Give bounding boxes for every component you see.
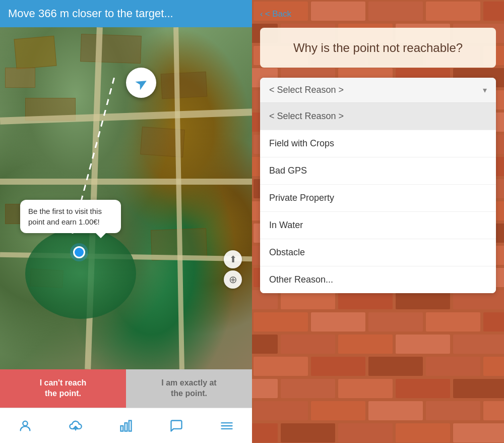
- brick: [483, 312, 504, 331]
- dropdown-item[interactable]: < Select Reason >: [260, 103, 496, 130]
- cant-reach-label: I can't reachthe point.: [40, 378, 87, 398]
- person-icon: [18, 419, 32, 433]
- brick: [483, 2, 504, 21]
- brick: [426, 401, 480, 420]
- brick: [338, 379, 393, 398]
- at-point-label: I am exactly atthe point.: [161, 378, 216, 398]
- chat-icon: [169, 419, 183, 433]
- brick: [252, 379, 278, 398]
- zoom-icon: ⊕: [229, 273, 237, 286]
- right-panel: ‹ < Back Why is the point not reachable?…: [252, 0, 504, 443]
- building-1: [14, 36, 57, 70]
- brick: [311, 357, 365, 376]
- brick: [281, 423, 335, 442]
- dropdown-container: < Select Reason > ▾ < Select Reason >Fie…: [260, 78, 496, 293]
- brick: [254, 357, 308, 376]
- brick: [368, 312, 423, 331]
- dropdown-item[interactable]: Other Reason...: [260, 266, 496, 293]
- info-balloon: Be the first to visit this point and ear…: [20, 200, 121, 233]
- map-container[interactable]: ➤ Be the first to visit this point and e…: [0, 27, 252, 369]
- brick: [338, 335, 393, 354]
- brick: [453, 379, 504, 398]
- brick: [252, 423, 278, 442]
- brick: [453, 335, 504, 354]
- dropdown-item[interactable]: Obstacle: [260, 239, 496, 266]
- bottom-nav: [0, 408, 252, 443]
- brick-row: [252, 333, 504, 355]
- brick: [426, 312, 480, 331]
- brick-row: [252, 311, 504, 333]
- brick: [368, 357, 423, 376]
- brick: [311, 2, 365, 21]
- dropdown-header[interactable]: < Select Reason > ▾: [260, 78, 496, 103]
- svg-rect-3: [125, 423, 128, 431]
- left-panel: Move 366 m closer to the target... ➤: [0, 0, 252, 443]
- brick: [311, 401, 365, 420]
- nav-item-menu[interactable]: [214, 413, 239, 438]
- brick: [396, 423, 450, 442]
- map-header: Move 366 m closer to the target...: [0, 0, 252, 27]
- brick: [396, 335, 450, 354]
- brick-row: [252, 377, 504, 400]
- cloud-icon: [69, 419, 83, 433]
- dropdown-item[interactable]: Bad GPS: [260, 157, 496, 185]
- nav-item-messages[interactable]: [164, 413, 189, 438]
- question-box: Why is the point not reachable?: [260, 28, 496, 68]
- chart-icon: [119, 419, 133, 433]
- building-4: [161, 72, 207, 99]
- brick: [338, 423, 393, 442]
- brick: [483, 357, 504, 376]
- dropdown-list: < Select Reason >Field with CropsBad GPS…: [260, 103, 496, 293]
- compass-icon: ⬆: [229, 254, 237, 265]
- building-2: [80, 34, 142, 64]
- brick: [396, 379, 450, 398]
- dropdown-arrow-icon: ▾: [483, 85, 487, 95]
- nav-item-upload[interactable]: [63, 413, 88, 438]
- brick: [311, 312, 365, 331]
- back-button[interactable]: ‹ < Back: [260, 9, 291, 19]
- brick: [426, 357, 480, 376]
- brick: [254, 312, 308, 331]
- svg-rect-2: [121, 426, 123, 431]
- svg-rect-4: [129, 420, 132, 431]
- brick: [368, 401, 423, 420]
- brick: [281, 335, 335, 354]
- brick: [254, 401, 308, 420]
- current-location-marker: [73, 246, 85, 258]
- building-3: [5, 68, 35, 88]
- question-text: Why is the point not reachable?: [293, 41, 463, 54]
- brick-row: [252, 422, 504, 443]
- dropdown-item[interactable]: In Water: [260, 212, 496, 239]
- nav-item-stats[interactable]: [113, 413, 139, 438]
- menu-icon: [220, 419, 234, 433]
- dropdown-selected-value: < Select Reason >: [269, 85, 344, 95]
- at-point-button[interactable]: I am exactly atthe point.: [126, 369, 252, 408]
- brick: [483, 401, 504, 420]
- right-content: Why is the point not reachable? < Select…: [260, 28, 496, 293]
- brick: [368, 2, 423, 21]
- compass-control[interactable]: ⬆: [224, 250, 242, 268]
- dropdown-item[interactable]: Field with Crops: [260, 130, 496, 157]
- distance-text: Move 366 m closer to the target...: [8, 7, 173, 20]
- brick: [281, 379, 335, 398]
- park-area: [25, 228, 136, 319]
- back-chevron-icon: ‹: [260, 9, 263, 19]
- nav-item-profile[interactable]: [13, 413, 38, 438]
- brick-row: [252, 400, 504, 422]
- back-label: < Back: [265, 9, 291, 19]
- action-buttons: I can't reachthe point. I am exactly att…: [0, 369, 252, 408]
- road-horizontal-2: [0, 179, 252, 185]
- brick: [252, 335, 278, 354]
- zoom-control[interactable]: ⊕: [224, 270, 242, 289]
- brick: [453, 423, 504, 442]
- cant-reach-button[interactable]: I can't reachthe point.: [0, 369, 126, 408]
- svg-point-0: [23, 421, 27, 425]
- dropdown-item[interactable]: Private Property: [260, 185, 496, 212]
- navigation-arrow: ➤: [126, 68, 156, 98]
- brick-row: [252, 355, 504, 377]
- brick: [426, 2, 480, 21]
